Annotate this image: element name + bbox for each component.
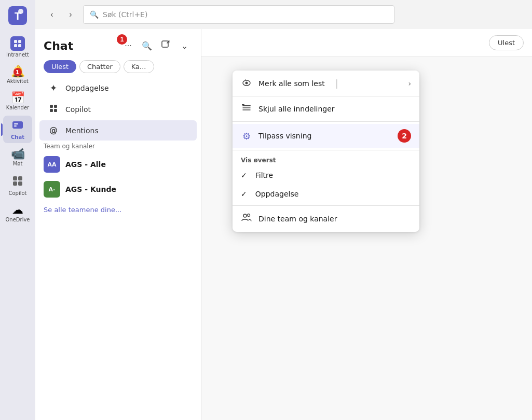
svg-rect-5 [14,44,17,47]
copilot-menu-icon [48,104,59,115]
separator [233,150,419,150]
sidebar-item-label: Kalender [6,105,29,110]
dropdown-toggle-button[interactable]: ⌄ [176,37,193,54]
chat-list: Chat 1 ··· 🔍 [35,29,201,420]
dropdown-item-label: Filtre [255,171,273,179]
search-placeholder: Søk (Ctrl+E) [103,10,147,19]
step-badge-2: 2 [398,129,411,143]
dropdown-menu: Merk alle som lest | › Skjul alle inndel… [233,71,419,232]
teams-channels-icon [241,213,252,225]
dropdown-item-dine-team[interactable]: Dine team og kanaler [233,208,419,230]
forward-button[interactable]: › [62,6,79,23]
sidebar-item-label: Chat [11,134,24,140]
aktivitet-badge: 1 [13,68,22,76]
sidebar-item-onedrive[interactable]: ☁ OneDrive [3,201,32,226]
chat-panel: Chat 1 ··· 🔍 [35,29,532,420]
sidebar-item-label: Møt [13,161,23,166]
team-section-label: Team og kanaler [35,141,201,152]
menu-item-mentions[interactable]: @ Mentions [39,120,197,141]
sparkle-icon: ✦ [48,82,59,93]
dropdown-section-label: Vis øverst [233,152,419,166]
dropdown-item-skjul-alle[interactable]: Skjul alle inndelinger [233,99,419,119]
team-avatar: AA [44,156,60,173]
svg-rect-7 [12,121,23,129]
svg-rect-12 [13,181,17,186]
video-icon: 📹 [11,148,25,160]
search-icon: 🔍 [90,10,99,19]
see-all-teams-link[interactable]: Se alle teamene dine... [35,202,201,218]
check-icon: ✓ [241,190,247,198]
search-icon: 🔍 [142,41,152,51]
team-item-ags-kunde[interactable]: A- AGS - Kunde [35,177,201,202]
chat-header: Chat 1 ··· 🔍 [35,29,201,58]
dropdown-item-filtre[interactable]: ✓ Filtre [233,166,419,185]
tab-kanaler[interactable]: Ka... [124,60,154,73]
separator-line: | [335,78,338,89]
svg-rect-8 [14,123,18,124]
hide-sections-icon [241,104,252,114]
search-button[interactable]: 🔍 [139,37,155,54]
svg-rect-6 [18,44,21,47]
sidebar-item-label: OneDrive [5,217,30,222]
sidebar-item-intranet[interactable]: Intranett [3,33,32,61]
svg-rect-9 [14,125,17,127]
at-icon: @ [48,125,59,135]
chat-icon [11,119,24,133]
right-panel-header: Ulest [201,29,532,57]
dropdown-item-label: Tilpass visning [258,132,311,140]
chat-title: Chat [44,39,73,52]
search-bar[interactable]: 🔍 Søk (Ctrl+E) [83,5,394,24]
back-button[interactable]: ‹ [44,6,60,23]
svg-point-26 [243,214,247,217]
tab-chatter[interactable]: Chatter [79,60,120,73]
team-item-ags-alle[interactable]: AA AGS - Alle [35,152,201,177]
filter-tabs: Ulest Chatter Ka... [35,58,201,77]
tab-ulest[interactable]: Ulest [44,60,76,73]
svg-rect-4 [18,40,21,43]
svg-rect-17 [50,109,53,112]
chevron-down-icon: ⌄ [181,41,188,51]
dropdown-item-label: Skjul alle inndelinger [258,105,335,113]
topbar: ‹ › 🔍 Søk (Ctrl+E) [35,0,532,29]
sidebar-item-kalender[interactable]: 📅 Kalender [3,89,32,114]
arrow-icon: › [408,79,411,88]
dropdown-item-tilpass-visning[interactable]: ⚙ Tilpass visning 2 [233,124,419,148]
sidebar-item-label: Intranett [6,52,29,58]
team-avatar: A- [44,181,60,198]
nav-buttons: ‹ › [44,6,79,23]
sidebar-item-mot[interactable]: 📹 Møt [3,145,32,170]
eye-icon [241,78,252,89]
svg-rect-18 [54,109,57,112]
svg-point-20 [245,81,248,84]
sidebar: T Intranett 🔔 1 Aktivitet 📅 Kalender [0,0,35,420]
dropdown-item-oppdagelse[interactable]: ✓ Oppdagelse [233,185,419,203]
compose-button[interactable] [157,37,174,54]
copilot-icon [11,175,24,189]
separator [233,121,419,122]
team-name: AGS - Alle [65,160,106,169]
calendar-icon: 📅 [11,92,25,104]
svg-point-2 [18,9,23,14]
sidebar-item-copilot[interactable]: Copilot [3,172,32,199]
menu-label: Mentions [65,127,99,135]
separator [233,96,419,96]
more-badge: 1 [117,34,127,45]
menu-item-copilot[interactable]: Copilot [39,99,197,120]
svg-rect-15 [50,105,53,108]
svg-point-27 [248,214,250,217]
menu-item-oppdagelse[interactable]: ✦ Oppdagelse [39,77,197,99]
svg-rect-10 [13,176,17,180]
check-icon: ✓ [241,171,247,179]
svg-rect-16 [54,105,57,108]
menu-label: Copilot [65,105,91,114]
ulest-filter-button[interactable]: Ulest [489,35,524,50]
more-options-button[interactable]: 1 ··· [120,37,137,54]
teams-logo[interactable]: T [6,4,29,27]
sidebar-item-label: Copilot [8,190,26,196]
svg-rect-14 [162,41,168,47]
dropdown-item-merk-alle[interactable]: Merk alle som lest | › [233,73,419,94]
team-name: AGS - Kunde [65,185,116,193]
sidebar-item-aktivitet[interactable]: 🔔 1 Aktivitet [3,63,32,87]
sidebar-item-chat[interactable]: Chat [3,116,32,143]
sidebar-item-label: Aktivitet [7,78,29,84]
